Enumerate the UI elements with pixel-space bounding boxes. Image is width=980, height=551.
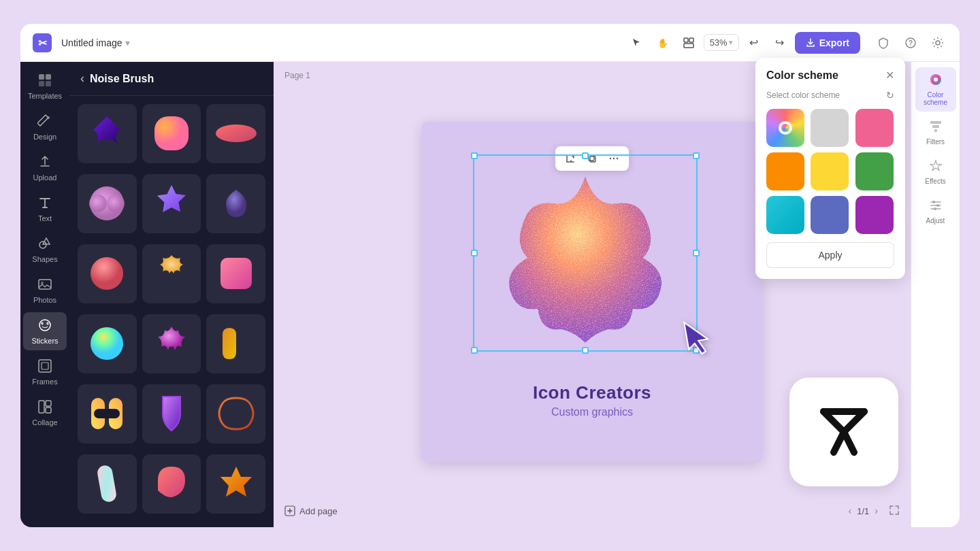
sidebar-item-upload[interactable]: Upload [23, 149, 67, 187]
select-tool-btn[interactable] [626, 32, 648, 54]
color-swatch-purple[interactable] [855, 196, 894, 234]
svg-rect-49 [932, 125, 939, 128]
sticker-item[interactable] [142, 104, 201, 163]
right-panel: Color scheme Filters Effects Adjust [911, 62, 960, 527]
page-count: 1/1 [857, 506, 869, 516]
color-swatch-cyan[interactable] [766, 196, 804, 234]
svg-rect-33 [94, 409, 120, 418]
sticker-item[interactable] [78, 384, 137, 444]
resize-handle-tl[interactable] [471, 152, 478, 159]
sticker-item[interactable] [142, 174, 201, 233]
color-scheme-refresh-btn[interactable]: ↻ [886, 90, 894, 101]
sidebar-item-collage[interactable]: Collage [23, 394, 67, 432]
layout-tool-btn[interactable] [678, 32, 700, 54]
sticker-item[interactable] [206, 384, 265, 444]
svg-point-52 [936, 204, 939, 207]
canvas-title: Icon Creators [533, 382, 651, 403]
svg-point-53 [934, 207, 936, 210]
sidebar-item-frames[interactable]: Frames [23, 353, 67, 391]
design-canvas[interactable]: Icon Creators Custom graphics [422, 122, 762, 462]
prev-page-btn[interactable]: ‹ [849, 505, 852, 516]
sticker-item[interactable] [142, 244, 201, 303]
svg-point-26 [89, 195, 107, 212]
svg-rect-3 [684, 38, 688, 42]
svg-rect-19 [42, 363, 48, 369]
redo-btn[interactable]: ↪ [769, 32, 791, 54]
sidebar-item-text[interactable]: Text [23, 190, 67, 228]
color-scheme-close-btn[interactable]: ✕ [885, 69, 894, 82]
panel-back-btn[interactable]: ‹ [80, 71, 84, 86]
sticker-item[interactable] [206, 244, 265, 303]
sidebar-item-templates[interactable]: Templates [23, 67, 67, 105]
settings-icon-btn[interactable] [927, 32, 949, 54]
svg-rect-18 [39, 360, 51, 372]
right-panel-filters[interactable]: Filters [915, 114, 956, 151]
svg-point-24 [216, 124, 257, 142]
text-icon [37, 195, 52, 212]
resize-handle-bl[interactable] [471, 347, 478, 354]
svg-rect-15 [39, 280, 51, 289]
svg-rect-11 [39, 81, 44, 86]
cursor-pointer [676, 314, 718, 366]
right-panel-effects[interactable]: Effects [915, 154, 956, 190]
help-icon-btn[interactable]: ? [900, 32, 921, 54]
sticker-item[interactable] [206, 174, 265, 233]
color-swatch-rainbow[interactable] [766, 109, 804, 147]
svg-rect-29 [220, 258, 252, 289]
canvas-bottom-bar: Add page ‹ 1/1 › [274, 495, 911, 527]
color-swatch-yellow[interactable] [811, 152, 849, 190]
shapes-icon [37, 236, 52, 253]
sticker-item[interactable] [78, 104, 137, 163]
sidebar-item-shapes[interactable]: Shapes [23, 231, 67, 269]
sticker-panel: ‹ Noise Brush [69, 62, 274, 527]
color-swatch-green[interactable] [855, 152, 894, 190]
sidebar-item-stickers[interactable]: Stickers [23, 312, 67, 350]
panel-title: Noise Brush [90, 73, 154, 85]
sticker-item[interactable] [142, 314, 201, 373]
sticker-item[interactable] [206, 104, 265, 163]
top-toolbar: ✋ 53% ▾ ↩ ↪ Export [626, 32, 949, 54]
export-button[interactable]: Export [795, 32, 860, 54]
sticker-item[interactable] [142, 454, 201, 514]
svg-point-13 [47, 116, 50, 119]
sticker-item[interactable] [78, 174, 137, 233]
color-scheme-title: Color scheme [766, 69, 838, 82]
app-logo[interactable]: ✂ [31, 32, 53, 54]
svg-point-8 [936, 41, 940, 45]
adjust-icon [929, 199, 943, 215]
resize-handle-ml[interactable] [471, 250, 478, 256]
sticker-item[interactable] [206, 314, 265, 373]
next-page-btn[interactable]: › [875, 505, 878, 516]
svg-point-17 [39, 320, 50, 331]
color-swatch-orange[interactable] [766, 152, 804, 190]
add-page-btn[interactable]: Add page [284, 505, 338, 516]
upload-icon [37, 154, 52, 171]
hand-tool-btn[interactable]: ✋ [652, 32, 674, 54]
svg-point-47 [934, 78, 938, 82]
document-title[interactable]: Untitled image ▾ [61, 37, 130, 48]
zoom-control[interactable]: 53% ▾ [704, 34, 739, 51]
color-swatch-blue[interactable] [811, 196, 849, 234]
color-swatch-gray[interactable] [811, 109, 849, 147]
canvas-subtitle: Custom graphics [551, 406, 633, 418]
color-swatch-pink[interactable] [855, 109, 894, 147]
color-scheme-apply-btn[interactable]: Apply [766, 242, 894, 268]
sticker-grid [69, 96, 274, 527]
right-panel-color-scheme[interactable]: Color scheme [915, 67, 956, 112]
sidebar-item-design[interactable]: Design [23, 108, 67, 146]
svg-rect-12 [46, 81, 51, 86]
sticker-item[interactable] [78, 454, 137, 514]
right-panel-adjust[interactable]: Adjust [915, 193, 956, 230]
sidebar-item-photos[interactable]: Photos [23, 271, 67, 310]
sticker-item[interactable] [78, 314, 137, 373]
star-sticker[interactable] [483, 166, 701, 377]
sticker-item[interactable] [142, 384, 201, 444]
sticker-item[interactable] [206, 454, 265, 514]
sticker-item[interactable] [78, 244, 137, 303]
undo-btn[interactable]: ↩ [743, 32, 765, 54]
resize-handle-tm[interactable] [582, 152, 589, 159]
resize-handle-tr[interactable] [693, 152, 700, 159]
svg-rect-22 [46, 407, 51, 413]
fit-btn[interactable] [889, 505, 900, 518]
shield-icon-btn[interactable] [872, 32, 894, 54]
